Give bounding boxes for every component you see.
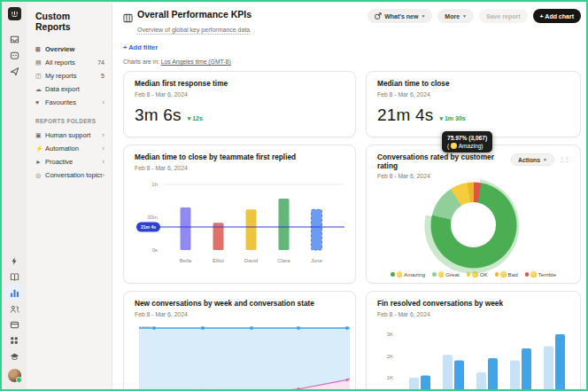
more-button[interactable]: More▼: [437, 9, 474, 23]
heart-icon: ♥: [35, 99, 45, 106]
svg-text:Clara: Clara: [277, 258, 290, 263]
chevron-right-icon: ›: [102, 171, 104, 179]
bar-chart-icon: ▤: [35, 59, 45, 66]
sidebar-item-label: Human support: [45, 131, 102, 139]
star-struck-face-icon: [451, 143, 457, 149]
teammate-bar-chart[interactable]: 1h30m0sBellaElliotDavidClaraJune21m 4s: [135, 174, 346, 268]
bot-icon[interactable]: [5, 47, 23, 63]
chevron-right-icon: ›: [102, 145, 104, 152]
intercom-logo[interactable]: [8, 7, 21, 20]
sidebar-items: ⊞Overview▤All reports74◫My reports5☁Data…: [35, 43, 104, 109]
legend-label: Great: [445, 271, 459, 278]
donut-ring[interactable]: [430, 182, 516, 268]
svg-text:June: June: [311, 258, 323, 263]
add-filter-button[interactable]: + Add filter: [123, 43, 158, 51]
disappointed-face-icon: [500, 271, 507, 278]
tooltip-label: ( Amazing): [447, 143, 487, 149]
timezone-link[interactable]: Los Angeles time (GMT-8): [161, 59, 231, 65]
app-icon-rail: [2, 2, 27, 389]
lightbulb-icon: ◎: [35, 172, 45, 179]
legend-dot: [495, 272, 499, 277]
inbox-icon[interactable]: [5, 31, 23, 47]
sidebar-item-proactive[interactable]: ►Proactive›: [35, 155, 104, 168]
sidebar-folders: ▣Human support›⚡Automation›►Proactive›◎C…: [35, 129, 104, 182]
sidebar-item-favourites[interactable]: ♥Favourites›: [35, 96, 104, 109]
sidebar-item-label: All reports: [45, 59, 97, 66]
card-date-range: Feb 8 - Mar 6, 2024: [377, 91, 569, 98]
actions-button[interactable]: Actions▼: [511, 153, 554, 166]
legend-item-terrible[interactable]: Terrible: [525, 271, 556, 278]
legend-item-amazing[interactable]: Amazing: [391, 271, 425, 278]
user-avatar[interactable]: [8, 369, 21, 382]
chart-card-ratings: Conversations rated by customer rating A…: [366, 145, 581, 284]
legend-item-great[interactable]: Great: [432, 271, 459, 278]
report-icon: [123, 11, 133, 35]
svg-text:Bella: Bella: [180, 258, 192, 263]
page-subtitle: Overview of global key performance data: [137, 27, 250, 35]
apps-grid-icon[interactable]: [5, 332, 23, 348]
people-icon[interactable]: [5, 301, 23, 317]
kpi-value: 21m 4s: [377, 106, 434, 125]
sidebar-item-label: Overview: [45, 45, 104, 53]
ratings-donut-chart[interactable]: [377, 180, 569, 270]
sidebar-item-label: Conversation topics: [45, 171, 102, 179]
conversation-state-area-chart[interactable]: 100%75%50%25%: [135, 321, 352, 389]
card-title: Fin resolved conversations by week: [377, 300, 569, 309]
sidebar-item-automation[interactable]: ⚡Automation›: [35, 142, 104, 155]
fin-resolved-bar-chart[interactable]: 3K2K1K: [377, 323, 577, 389]
sidebar-item-conversation-topics[interactable]: ◎Conversation topics›: [35, 168, 104, 182]
sidebar-item-my-reports[interactable]: ◫My reports5: [35, 69, 104, 82]
card-title: Median first response time: [135, 80, 344, 89]
legend-label: OK: [480, 271, 488, 278]
charts-grid: Median first response time Feb 8 - Mar 6…: [123, 71, 581, 389]
svg-text:21m 4s: 21m 4s: [141, 224, 156, 230]
sidebar-item-label: Favourites: [45, 98, 102, 106]
legend-dot: [525, 272, 530, 277]
card-title: Median time to close by teammate first r…: [135, 153, 344, 162]
paper-plane-icon[interactable]: [5, 63, 23, 79]
book-icon[interactable]: [5, 269, 23, 285]
sidebar-item-overview[interactable]: ⊞Overview: [35, 43, 104, 56]
kpi-card-first-response: Median first response time Feb 8 - Mar 6…: [123, 71, 356, 137]
page-title: Overall Performance KPIs: [137, 9, 251, 20]
legend-item-bad[interactable]: Bad: [495, 271, 518, 278]
main-content: Overall Performance KPIs Overview of glo…: [112, 2, 586, 389]
megaphone-icon: ►: [35, 159, 45, 165]
legend-dot: [432, 272, 437, 277]
sidebar-item-data-export[interactable]: ☁Data export: [35, 82, 104, 96]
bar-chart-icon[interactable]: [5, 285, 23, 301]
item-count: 74: [97, 59, 104, 66]
card-title: New conversations by week and conversati…: [135, 300, 344, 309]
drag-handle-icon[interactable]: ⋮⋮: [559, 153, 569, 166]
sidebar-section-label: REPORTS FOLDERS: [35, 118, 104, 124]
sidebar-item-human-support[interactable]: ▣Human support›: [35, 129, 104, 142]
card-title: Conversations rated by customer rating: [377, 153, 511, 170]
window-icon[interactable]: [5, 317, 23, 332]
add-chart-button[interactable]: + Add chart: [533, 9, 581, 23]
sidebar-title: Custom Reports: [35, 11, 104, 32]
angry-face-icon: [530, 271, 537, 278]
chevron-right-icon: ›: [102, 98, 104, 106]
graduation-cap-icon[interactable]: [5, 348, 23, 364]
kpi-card-time-to-close: Median time to close Feb 8 - Mar 6, 2024…: [366, 71, 581, 137]
kpi-delta: ▾ 1m 30s: [440, 115, 466, 122]
lightning-icon[interactable]: [5, 253, 23, 269]
item-count: 5: [101, 73, 104, 79]
sidebar-item-label: Automation: [45, 145, 102, 152]
lightning-icon: ⚡: [35, 145, 45, 152]
svg-text:0s: 0s: [152, 247, 158, 253]
save-report-button[interactable]: Save report: [479, 9, 528, 23]
card-title: Median time to close: [377, 80, 569, 89]
legend-label: Bad: [508, 271, 518, 278]
chart-card-new-conversations: New conversations by week and conversati…: [123, 291, 356, 389]
team-icon: ▣: [35, 132, 45, 139]
chart-card-fin-resolved: Fin resolved conversations by week Feb 8…: [366, 291, 581, 389]
sidebar-item-all-reports[interactable]: ▤All reports74: [35, 56, 104, 69]
legend-label: Terrible: [538, 271, 556, 278]
whats-new-button[interactable]: What's new▼: [368, 9, 432, 23]
cloud-download-icon: ☁: [35, 86, 45, 93]
legend-label: Amazing: [404, 271, 425, 278]
kpi-delta: ▾ 12s: [188, 115, 203, 122]
sidebar-item-label: Proactive: [45, 158, 102, 166]
grid-icon: ⊞: [35, 46, 45, 53]
